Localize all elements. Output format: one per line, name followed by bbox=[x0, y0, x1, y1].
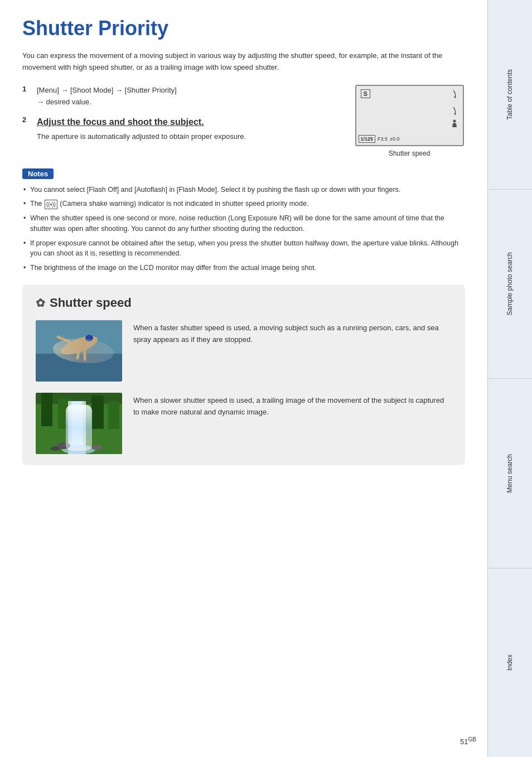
note-item-2: The ((•)) (Camera shake warning) indicat… bbox=[22, 199, 465, 209]
note-item-3: When the shutter speed is one second or … bbox=[22, 213, 465, 234]
fast-shutter-icon bbox=[448, 89, 458, 100]
svg-rect-16 bbox=[108, 401, 119, 429]
svg-line-8 bbox=[78, 348, 79, 358]
step-1-content: [Menu] → [Shoot Mode] → [Shutter Priorit… bbox=[37, 85, 177, 108]
slow-shutter-icon bbox=[448, 105, 458, 116]
svg-point-22 bbox=[91, 445, 103, 450]
page-suffix: GB bbox=[468, 736, 476, 742]
step-2-title: Adjust the focus and shoot the subject. bbox=[37, 115, 246, 129]
notes-list: You cannot select [Flash Off] and [Autof… bbox=[22, 185, 465, 273]
notes-badge: Notes bbox=[22, 168, 54, 179]
ss-section-title: ✿ Shutter speed bbox=[36, 296, 452, 310]
lcd-icons bbox=[448, 89, 458, 130]
intro-paragraph: You can express the movement of a moving… bbox=[22, 50, 465, 74]
svg-rect-17 bbox=[68, 401, 86, 454]
step-1: 1 [Menu] → [Shoot Mode] → [Shutter Prior… bbox=[22, 85, 337, 108]
camera-display-label: Shutter speed bbox=[389, 150, 431, 157]
lcd-exposure: ±0.0 bbox=[390, 136, 399, 142]
ss-image-fast bbox=[36, 320, 122, 382]
ss-image-slow bbox=[36, 393, 122, 454]
person-icon bbox=[451, 119, 458, 128]
sidebar-tab-menu[interactable]: Menu search bbox=[488, 379, 532, 568]
ss-example-slow: When a slower shutter speed is used, a t… bbox=[36, 393, 452, 454]
diver-svg bbox=[36, 320, 122, 382]
svg-rect-18 bbox=[70, 401, 84, 454]
svg-marker-1 bbox=[454, 113, 456, 115]
note-item-4: If proper exposure cannot be obtained af… bbox=[22, 238, 465, 259]
lcd-bottom-bar: 1/125 F3.5 ±0.0 bbox=[359, 135, 400, 143]
ss-examples: When a faster shutter speed is used, a m… bbox=[36, 320, 452, 454]
note-item-5: The brightness of the image on the LCD m… bbox=[22, 263, 465, 273]
svg-point-10 bbox=[85, 335, 93, 341]
ss-example-fast: When a faster shutter speed is used, a m… bbox=[36, 320, 452, 382]
shake-warning-icon: ((•)) bbox=[45, 200, 57, 209]
waterfall-svg bbox=[36, 393, 122, 454]
step-2-number: 2 bbox=[22, 115, 31, 124]
svg-point-2 bbox=[453, 119, 456, 122]
step-2: 2 Adjust the focus and shoot the subject… bbox=[22, 115, 337, 142]
ss-slow-description: When a slower shutter speed is used, a t… bbox=[133, 393, 452, 418]
sidebar-tab-index[interactable]: Index bbox=[488, 568, 532, 758]
ss-fast-description: When a faster shutter speed is used, a m… bbox=[133, 320, 452, 346]
svg-rect-19 bbox=[72, 401, 82, 454]
svg-rect-15 bbox=[91, 396, 104, 429]
step-2-description: The aperture is automatically adjusted t… bbox=[37, 132, 246, 141]
sidebar-tab-sample[interactable]: Sample photo search bbox=[488, 190, 532, 379]
svg-rect-13 bbox=[41, 393, 52, 426]
notes-section: Notes You cannot select [Flash Off] and … bbox=[22, 168, 465, 273]
ss-icon: ✿ bbox=[36, 296, 45, 310]
page-title: Shutter Priority bbox=[22, 17, 465, 40]
svg-rect-4 bbox=[36, 354, 122, 382]
svg-point-20 bbox=[62, 445, 95, 454]
svg-point-23 bbox=[51, 446, 60, 451]
svg-marker-0 bbox=[454, 97, 456, 98]
sidebar: Table of contents Sample photo search Me… bbox=[487, 0, 532, 757]
step-1-line1: [Menu] → [Shoot Mode] → [Shutter Priorit… bbox=[37, 85, 177, 96]
step-1-number: 1 bbox=[22, 85, 31, 93]
camera-display: S bbox=[354, 85, 465, 157]
step-2-content: Adjust the focus and shoot the subject. … bbox=[37, 115, 246, 142]
lcd-screen: S bbox=[355, 85, 464, 146]
shutter-speed-section: ✿ Shutter speed bbox=[22, 285, 465, 465]
sidebar-tab-toc[interactable]: Table of contents bbox=[488, 0, 532, 190]
lcd-aperture: F3.5 bbox=[378, 136, 388, 142]
step-1-line2: → desired value. bbox=[37, 98, 91, 106]
lcd-s-indicator: S bbox=[361, 89, 370, 98]
steps-text: 1 [Menu] → [Shoot Mode] → [Shutter Prior… bbox=[22, 85, 337, 150]
page-number: 51GB bbox=[460, 736, 476, 746]
lcd-shutter-value: 1/125 bbox=[359, 135, 376, 143]
steps-area: 1 [Menu] → [Shoot Mode] → [Shutter Prior… bbox=[22, 85, 465, 157]
note-item-1: You cannot select [Flash Off] and [Autof… bbox=[22, 185, 465, 195]
